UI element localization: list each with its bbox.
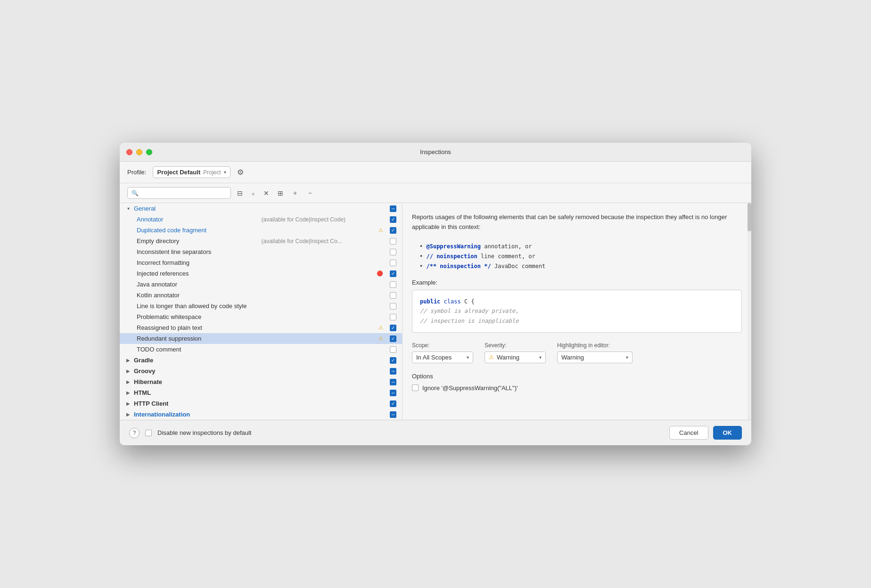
item-checkbox[interactable]: [390, 249, 396, 255]
list-item[interactable]: Empty directory (available for Code|Insp…: [120, 236, 402, 246]
option-text: Ignore '@SuppressWarning("ALL")': [422, 384, 518, 392]
severity-value: Warning: [497, 354, 536, 361]
group-hibernate[interactable]: ▶ Hibernate −: [120, 376, 402, 387]
chevron-down-icon: ▾: [224, 170, 226, 175]
gear-button[interactable]: ⚙: [235, 167, 246, 178]
minimize-button[interactable]: [136, 149, 142, 155]
item-label: Injected references: [137, 270, 377, 277]
group-checkbox[interactable]: −: [390, 368, 396, 375]
scope-dropdown[interactable]: In All Scopes ▾: [412, 351, 473, 363]
item-label: Reassigned to plain text: [137, 324, 378, 331]
highlighting-dropdown[interactable]: Warning ▾: [557, 351, 633, 363]
group-checkbox[interactable]: −: [390, 411, 396, 418]
group-http-client[interactable]: ▶ HTTP Client ✓: [120, 398, 402, 409]
search-box[interactable]: 🔍: [127, 187, 231, 199]
remove-button[interactable]: －: [304, 188, 316, 199]
disable-inspections-label: Disable new inspections by default: [157, 429, 251, 436]
group-checkbox[interactable]: −: [390, 205, 396, 212]
item-label: Java annotator: [137, 281, 386, 288]
highlighting-label: Highlighting in editor:: [557, 342, 633, 349]
warning-icon: ⚠: [378, 227, 383, 233]
list-item[interactable]: Annotator (available for Code|Inspect Co…: [120, 214, 402, 225]
expand-icon: ▶: [125, 412, 131, 417]
footer-right: Cancel OK: [669, 426, 742, 440]
search-input[interactable]: [140, 189, 227, 196]
filter-button[interactable]: ⊟: [235, 188, 245, 198]
group-gradle[interactable]: ▶ Gradle ✓: [120, 355, 402, 366]
item-checkbox[interactable]: [390, 260, 396, 266]
list-item[interactable]: Injected references 🔴 ✓: [120, 268, 402, 279]
code-example: public class C { // symbol is already pr…: [412, 290, 742, 333]
code-line-1: public class C {: [420, 297, 734, 306]
item-checkbox[interactable]: ✓: [390, 335, 396, 342]
chevron-down-icon: ▾: [539, 355, 542, 360]
window-title: Inspections: [420, 148, 451, 155]
titlebar: Inspections: [120, 143, 751, 162]
description-text: Reports usages of the following elements…: [412, 212, 742, 271]
group-internationalization[interactable]: ▶ Internationalization −: [120, 409, 402, 420]
expand-icon: ▶: [125, 401, 131, 406]
list-item[interactable]: Duplicated code fragment ⚠ ✓: [120, 225, 402, 236]
item-checkbox[interactable]: [390, 281, 396, 288]
group-label: HTTP Client: [134, 400, 386, 407]
option-checkbox[interactable]: [412, 384, 419, 391]
expand-all-button[interactable]: ⬦: [249, 188, 257, 198]
profile-dropdown[interactable]: Project Default Project ▾: [153, 166, 230, 178]
item-label: Annotator: [137, 216, 262, 223]
error-icon: 🔴: [377, 270, 383, 277]
help-button[interactable]: ?: [129, 428, 140, 438]
scope-value: In All Scopes: [416, 354, 464, 361]
item-checkbox[interactable]: ✓: [390, 270, 396, 277]
item-checkbox[interactable]: ✓: [390, 216, 396, 223]
view-options-button[interactable]: ⊞: [275, 188, 286, 198]
footer: ? Disable new inspections by default Can…: [120, 420, 751, 445]
chevron-down-icon: ▾: [467, 355, 469, 360]
item-checkbox[interactable]: [390, 292, 396, 299]
item-label: Empty directory: [137, 237, 262, 245]
list-item[interactable]: Line is longer than allowed by code styl…: [120, 301, 402, 311]
item-checkbox[interactable]: ✓: [390, 325, 396, 331]
group-groovy[interactable]: ▶ Groovy −: [120, 366, 402, 376]
desc-item-3: • /** noinspection */ JavaDoc comment: [419, 263, 545, 270]
group-label: Internationalization: [134, 411, 386, 418]
footer-left: ? Disable new inspections by default: [129, 428, 251, 438]
detail-panel: Reports usages of the following elements…: [403, 203, 751, 420]
desc-item-2: • // noinspection line comment, or: [419, 253, 535, 260]
settings-row: Scope: In All Scopes ▾ Severity: ⚠ Warni…: [412, 342, 742, 363]
disable-inspections-checkbox[interactable]: [145, 430, 152, 436]
item-checkbox[interactable]: ✓: [390, 227, 396, 234]
maximize-button[interactable]: [146, 149, 152, 155]
list-item[interactable]: TODO comment: [120, 344, 402, 355]
group-checkbox[interactable]: ✓: [390, 357, 396, 364]
item-checkbox[interactable]: [390, 238, 396, 245]
list-item[interactable]: Kotlin annotator: [120, 290, 402, 301]
group-checkbox[interactable]: −: [390, 390, 396, 396]
list-item[interactable]: Problematic whitespace: [120, 311, 402, 322]
search-icon: 🔍: [131, 190, 139, 196]
list-item[interactable]: Redundant suppression ⚠ ✓: [120, 333, 402, 344]
collapse-all-button[interactable]: ✕: [261, 188, 271, 198]
list-item[interactable]: Incorrect formatting: [120, 257, 402, 268]
expand-icon: ▶: [125, 379, 131, 384]
item-checkbox[interactable]: [390, 346, 396, 353]
cancel-button[interactable]: Cancel: [669, 426, 708, 440]
scrollbar-track: [748, 203, 751, 420]
expand-icon: ▶: [125, 390, 131, 395]
close-button[interactable]: [126, 149, 132, 155]
list-item[interactable]: Java annotator: [120, 279, 402, 290]
severity-dropdown[interactable]: ⚠ Warning ▾: [485, 351, 546, 363]
group-checkbox[interactable]: ✓: [390, 400, 396, 407]
list-item[interactable]: Inconsistent line separators: [120, 246, 402, 257]
add-button[interactable]: ＋: [289, 188, 301, 199]
item-checkbox[interactable]: [390, 303, 396, 310]
group-checkbox[interactable]: −: [390, 379, 396, 385]
item-checkbox[interactable]: [390, 314, 396, 320]
group-html[interactable]: ▶ HTML −: [120, 387, 402, 398]
group-general[interactable]: ▾ General −: [120, 203, 402, 214]
code-line-2: // symbol is already private,: [420, 306, 734, 316]
scrollbar-thumb[interactable]: [748, 203, 751, 231]
severity-label: Severity:: [485, 342, 546, 349]
list-item[interactable]: Reassigned to plain text ⚠ ✓: [120, 322, 402, 333]
warning-icon: ⚠: [378, 325, 383, 331]
ok-button[interactable]: OK: [713, 426, 742, 440]
